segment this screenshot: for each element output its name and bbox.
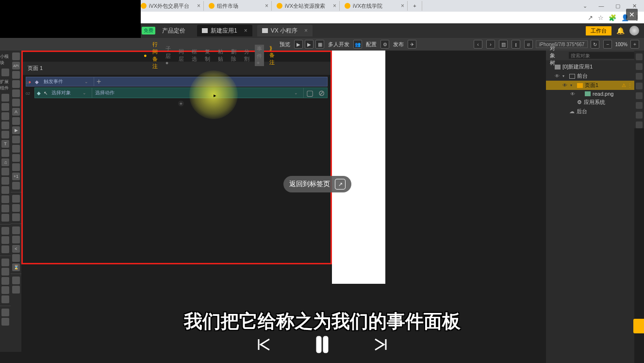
chevron-down-icon[interactable]: ⌄ [580,3,590,9]
nav-next-icon[interactable]: › [486,40,495,49]
component-icon[interactable] [1,112,9,120]
tab-close-icon[interactable]: × [401,2,404,9]
avatar[interactable] [629,26,639,35]
component-icon[interactable] [1,236,9,244]
component-icon[interactable] [12,286,20,294]
split-btn[interactable]: 分割 [242,48,252,63]
component-icon[interactable] [12,277,20,284]
chevron-down-icon[interactable]: ▾ [570,83,575,87]
qr-icon[interactable]: ▦ [315,40,324,49]
config-button[interactable]: 配置 [363,38,380,51]
rail-icon[interactable] [636,102,643,109]
component-icon[interactable] [12,136,20,143]
play-icon[interactable]: ▶ [294,40,303,49]
rail-icon[interactable] [636,112,643,119]
component-icon[interactable] [12,226,20,234]
component-icon[interactable] [1,227,9,235]
component-icon[interactable] [12,236,20,243]
component-icon[interactable] [12,254,20,262]
rail-icon[interactable] [636,73,643,80]
tree-row-backend[interactable]: ☁ 后台 [546,107,634,116]
add-condition-icon[interactable]: + [94,77,103,86]
component-icon[interactable] [1,214,9,222]
action-select[interactable]: 选择动作 ⌄ [92,88,304,98]
device-icon[interactable]: ⎚ [524,40,533,49]
publish-button[interactable]: 发布 [390,38,407,51]
workbench-button[interactable]: 工作台 [586,26,611,35]
component-icon[interactable] [12,195,20,203]
refresh-icon[interactable]: ↻ [591,40,599,49]
row-note-toggle[interactable]: 行间备注 [150,41,160,70]
rail-icon[interactable] [636,121,643,128]
component-icon[interactable] [1,268,9,276]
component-icon[interactable] [1,94,9,102]
rail-icon[interactable] [636,92,643,99]
zoom-in-icon[interactable]: ＋ [630,40,639,49]
copy-btn[interactable]: 复制 [202,48,213,63]
component-icon[interactable] [12,182,20,190]
tab-close-icon[interactable]: × [265,2,268,9]
tree-row-page[interactable]: 👁 ▾ 页面1 ⚠ ⋮ [546,81,634,90]
window-maximize-icon[interactable]: ▢ [613,3,623,9]
component-icon[interactable] [1,149,9,157]
component-icon[interactable] [12,99,20,106]
event-trigger-row[interactable]: ● ◆ 触发事件 ⌄ + [26,77,328,86]
share-icon[interactable]: ↗ [588,14,593,21]
tree-row-root[interactable]: [0]新建应用1 [546,62,634,71]
component-icon[interactable] [1,177,9,185]
component-icon[interactable] [1,186,9,194]
visibility-icon[interactable]: 👁 [562,83,568,88]
prev-button[interactable] [254,335,274,354]
overlay-close-button[interactable]: ✕ [626,9,638,20]
component-icon[interactable] [12,154,20,162]
tab-close-icon[interactable]: × [333,2,336,9]
component-icon[interactable]: < [12,245,20,253]
zoom-out-icon[interactable]: − [603,40,612,49]
tab-close-icon[interactable]: × [197,2,200,9]
pricing-menu[interactable]: 产品定价 [155,27,192,35]
component-icon[interactable]: T [1,140,9,148]
component-icon[interactable] [12,163,20,171]
component-icon[interactable] [12,145,20,153]
preview-button[interactable]: 预览 [277,38,293,51]
return-to-tab-pill[interactable]: 返回到标签页 ↗ [283,176,351,192]
users-icon[interactable]: 👥 [353,40,362,49]
next-button[interactable] [371,335,390,354]
component-icon[interactable] [12,52,20,60]
sublayer-btn[interactable]: 子层 ● [163,45,173,66]
events-btn[interactable]: 事件 + [255,45,264,66]
coll-btn[interactable]: 同层 [176,48,186,63]
note-btn[interactable]: ⟫ 备注 [267,45,277,66]
sliders-icon[interactable]: ⚙ [380,40,389,49]
component-icon[interactable] [1,295,9,303]
component-icon[interactable] [1,168,9,175]
component-icon[interactable] [12,213,20,221]
rail-icon[interactable] [636,63,643,70]
component-icon[interactable] [12,80,20,88]
component-icon[interactable] [1,131,9,138]
paste-btn[interactable]: 粘贴 [215,48,226,63]
component-icon[interactable] [1,121,9,129]
component-icon[interactable] [1,245,9,253]
component-icon[interactable]: ♫ [1,158,9,166]
component-icon[interactable] [12,117,20,125]
notification-bell-icon[interactable]: 🔔 [616,27,625,35]
component-icon[interactable] [1,277,9,285]
device-select[interactable]: iPhone6/7/8 375*667 [536,40,588,48]
del-btn[interactable]: 删除 [229,48,239,63]
browser-tab[interactable]: iVX全站资源搜索× [272,1,340,11]
component-icon[interactable] [1,195,9,203]
component-icon[interactable] [1,103,9,111]
tree-row-frontend[interactable]: 👁 ▾ 前台 [546,71,634,81]
canvas-preview[interactable] [332,51,385,284]
add-action-icon[interactable]: ▢ [304,88,316,98]
multi-dev-button[interactable]: 多人开发 [325,38,352,51]
component-icon[interactable] [12,204,20,212]
app-tab-inactive[interactable]: VX 小程序 × [257,25,313,36]
layout-icon[interactable]: ⫿ [512,40,520,49]
tree-row-system[interactable]: ⚙ 应用系统 [546,98,634,107]
bookmark-icon[interactable]: ☆ [598,14,604,21]
play-all-icon[interactable]: ▶ [305,40,314,49]
new-tab-button[interactable]: + [408,1,422,11]
visibility-icon[interactable]: 👁 [555,73,561,79]
